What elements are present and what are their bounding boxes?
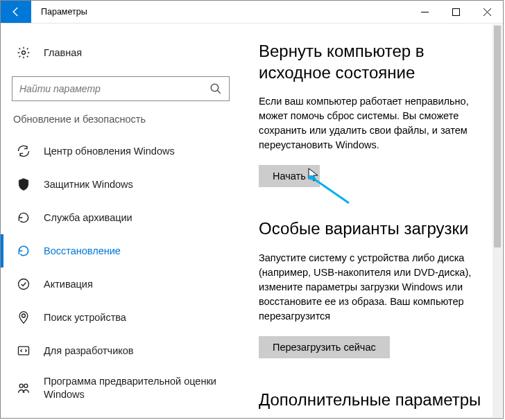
sidebar-item-label: Программа предварительной оценки Windows xyxy=(44,375,225,401)
sidebar-item-find-device[interactable]: Поиск устройства xyxy=(1,301,241,334)
search-icon xyxy=(209,82,222,95)
window-body: Главная Обновление и безопасность Центр … xyxy=(1,24,503,418)
scrollbar-thumb[interactable] xyxy=(494,26,501,247)
sidebar-item-label: Поиск устройства xyxy=(44,312,126,323)
close-button[interactable] xyxy=(472,1,503,23)
sidebar-item-backup[interactable]: Служба архивации xyxy=(1,201,241,234)
sidebar-item-insider[interactable]: Программа предварительной оценки Windows xyxy=(1,367,241,409)
sidebar-item-label: Служба архивации xyxy=(44,212,132,223)
svg-rect-9 xyxy=(19,347,29,355)
maximize-button[interactable] xyxy=(440,1,472,23)
svg-point-4 xyxy=(22,51,26,55)
svg-point-5 xyxy=(211,84,219,91)
svg-point-8 xyxy=(22,314,26,317)
home-link[interactable]: Главная xyxy=(1,36,241,69)
category-label: Обновление и безопасность xyxy=(1,114,241,134)
section-heading-reset: Вернуть компьютер в исходное состояние xyxy=(259,40,485,83)
restart-now-button[interactable]: Перезагрузить сейчас xyxy=(259,336,390,358)
minimize-button[interactable] xyxy=(409,1,440,23)
sidebar-item-defender[interactable]: Защитник Windows xyxy=(1,168,241,201)
content-pane: Вернуть компьютер в исходное состояние Е… xyxy=(241,24,503,418)
search-container xyxy=(12,76,230,101)
code-icon xyxy=(16,343,31,358)
search-box[interactable] xyxy=(12,76,230,101)
window-title: Параметры xyxy=(31,1,97,23)
svg-line-6 xyxy=(217,90,221,94)
sidebar-item-developers[interactable]: Для разработчиков xyxy=(1,334,241,367)
sidebar: Главная Обновление и безопасность Центр … xyxy=(1,24,241,418)
svg-point-7 xyxy=(19,279,29,290)
sidebar-item-label: Центр обновления Windows xyxy=(44,146,175,157)
section-heading-advanced-startup: Особые варианты загрузки xyxy=(259,218,485,239)
vertical-scrollbar[interactable] xyxy=(493,24,502,417)
shield-icon xyxy=(16,177,31,192)
sidebar-item-label: Для разработчиков xyxy=(44,345,134,356)
settings-window: Параметры Главная xyxy=(0,0,504,419)
sidebar-item-label: Восстановление xyxy=(44,245,121,256)
window-controls xyxy=(409,1,503,23)
section-desc-advanced-startup: Запустите систему с устройства либо диск… xyxy=(259,251,485,324)
svg-point-10 xyxy=(19,384,23,387)
home-label: Главная xyxy=(44,47,82,58)
gear-icon xyxy=(16,45,31,60)
svg-rect-1 xyxy=(453,8,460,15)
reset-start-button[interactable]: Начать xyxy=(259,165,320,187)
check-circle-icon xyxy=(16,277,31,292)
section-desc-reset: Если ваш компьютер работает неправильно,… xyxy=(259,94,485,152)
sidebar-item-activation[interactable]: Активация xyxy=(1,268,241,301)
location-icon xyxy=(16,310,31,325)
search-input[interactable] xyxy=(19,83,209,94)
sidebar-item-label: Защитник Windows xyxy=(44,179,133,190)
sync-icon xyxy=(16,143,31,159)
sidebar-item-windows-update[interactable]: Центр обновления Windows xyxy=(1,134,241,168)
recovery-icon xyxy=(16,243,31,259)
backup-icon xyxy=(16,210,31,225)
sidebar-item-label: Активация xyxy=(44,279,93,290)
sidebar-item-recovery[interactable]: Восстановление xyxy=(1,234,241,268)
insider-icon xyxy=(16,380,31,396)
titlebar: Параметры xyxy=(1,1,503,24)
back-button[interactable] xyxy=(1,1,31,23)
svg-point-11 xyxy=(24,384,28,387)
section-heading-more-recovery: Дополнительные параметры восстановления xyxy=(259,389,485,418)
